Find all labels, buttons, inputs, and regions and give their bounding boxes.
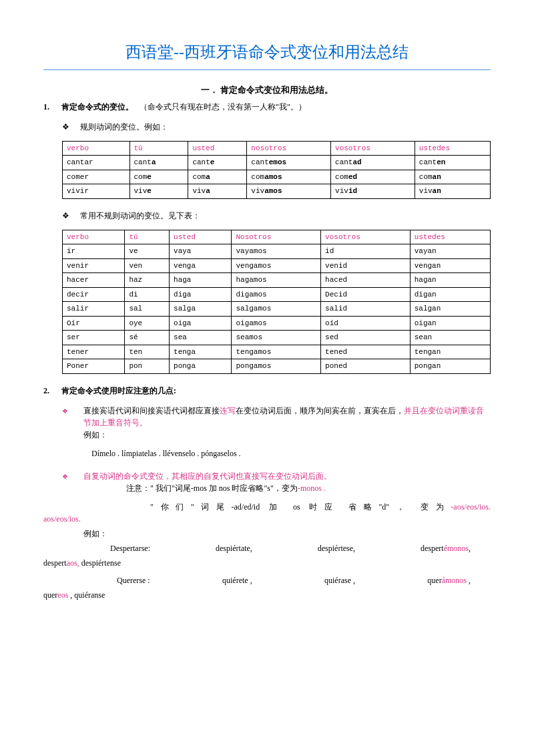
item-2: 2. 肯定命令式使用时应注意的几点: xyxy=(43,385,491,397)
example-wrap-2: quereos , quiéranse xyxy=(43,589,491,601)
td: Poner xyxy=(63,359,125,374)
example-wrap: , despertdespertaos, despiértense xyxy=(43,557,491,569)
td: canta xyxy=(129,156,188,170)
diamond-icon: ❖ xyxy=(62,210,78,222)
bullet-1: ❖直接宾语代词和间接宾语代词都应直接连写在变位动词后面，顺序为间宾在前，直宾在后… xyxy=(43,405,491,441)
th: vosotros xyxy=(331,141,415,156)
td: ir xyxy=(63,244,125,259)
td: sean xyxy=(410,331,490,345)
table-header-row: verbo tú usted nosotros vosotros ustedes xyxy=(63,141,491,156)
table-row: vivir vive viva vivamos vivid vivan xyxy=(63,184,491,199)
table-row: serséseaseamossedsean xyxy=(63,331,491,345)
td: seamos xyxy=(232,331,321,345)
table-row: venirvenvengavengamosvenidvengan xyxy=(63,258,491,273)
table-regular: verbo tú usted nosotros vosotros ustedes… xyxy=(62,141,491,199)
td: comed xyxy=(331,170,415,184)
td: sal xyxy=(125,302,170,317)
td: pon xyxy=(125,359,170,374)
td: canten xyxy=(415,156,490,170)
td: vivid xyxy=(331,184,415,199)
td: digamos xyxy=(232,287,321,302)
td: pongan xyxy=(410,359,490,374)
diamond-icon: ❖ xyxy=(73,406,83,416)
table-row: Oíroyeoigaoigamosoídoigan xyxy=(63,316,491,331)
td: tengan xyxy=(410,345,490,359)
table-row: cantar canta cante cantemos cantad cante… xyxy=(63,156,491,170)
example-row-2: Quererse : quiérete , quiérase , querámo… xyxy=(43,574,491,586)
td: coma xyxy=(188,170,247,184)
td: cante xyxy=(188,156,247,170)
example-label-2: 例如： xyxy=(43,528,491,540)
td: tengamos xyxy=(232,345,321,359)
td: haga xyxy=(170,273,232,288)
example-label: 例如： xyxy=(73,429,491,441)
example-row: Despertarse: despiértate, despiértese, d… xyxy=(43,542,491,554)
td: decir xyxy=(63,287,125,302)
th: usted xyxy=(188,141,247,156)
td: vivir xyxy=(63,184,130,199)
td: ser xyxy=(63,331,125,345)
td: venir xyxy=(63,258,125,273)
td: Oír xyxy=(63,316,125,331)
td: cantad xyxy=(331,156,415,170)
td: salgan xyxy=(410,302,490,317)
table-row: irvevayavayamosidvayan xyxy=(63,244,491,259)
td: coman xyxy=(415,170,490,184)
text: 直接宾语代词和间接宾语代词都应直接 xyxy=(83,406,220,415)
td: hacer xyxy=(63,273,125,288)
td: cantemos xyxy=(247,156,331,170)
diamond-icon: ❖ xyxy=(62,121,78,133)
td: viva xyxy=(188,184,247,199)
divider xyxy=(43,69,491,70)
table-row: hacerhazhagahagamoshacedhagan xyxy=(63,273,491,288)
td: hagamos xyxy=(232,273,321,288)
th: nosotros xyxy=(247,141,331,156)
th: verbo xyxy=(63,230,125,244)
td: haz xyxy=(125,273,170,288)
td: vaya xyxy=(170,244,232,259)
td: salir xyxy=(63,302,125,317)
td: pongamos xyxy=(232,359,321,374)
td: vengan xyxy=(410,258,490,273)
td: vive xyxy=(129,184,188,199)
td: ten xyxy=(125,345,170,359)
td: comer xyxy=(63,170,130,184)
th: tú xyxy=(125,230,170,244)
th: Nosotros xyxy=(232,230,321,244)
example-text: Dímelo . límpiatelas . llévenselo . póng… xyxy=(43,447,491,459)
td: hagan xyxy=(410,273,490,288)
note-line: 注意：" 我们"词尾-mos 加 nos 时应省略"s"，变为-monos . xyxy=(73,482,491,494)
item-num: 1. xyxy=(43,102,49,112)
page-title: 西语堂--西班牙语命令式变位和用法总结 xyxy=(43,40,491,64)
td: salga xyxy=(170,302,232,317)
td: tenga xyxy=(170,345,232,359)
pink-text: 自复动词的命令式变位，其相应的自复代词也直接写在变位动词后面。 xyxy=(83,471,332,481)
td: come xyxy=(129,170,188,184)
td: vivamos xyxy=(247,184,331,199)
td: oye xyxy=(125,316,170,331)
td: oigan xyxy=(410,316,490,331)
diamond-icon: ❖ xyxy=(73,471,83,482)
th: usted xyxy=(170,230,232,244)
item-num: 2. xyxy=(43,386,49,395)
td: sé xyxy=(125,331,170,345)
td: venid xyxy=(321,258,411,273)
td: Decid xyxy=(321,287,411,302)
regular-text: 规则动词的变位。例如： xyxy=(80,122,168,132)
td: di xyxy=(125,287,170,302)
td: id xyxy=(321,244,411,259)
table-row: tenertentengatengamostenedtengan xyxy=(63,345,491,359)
item-label: 肯定命令式使用时应注意的几点: xyxy=(61,386,176,395)
item-1: 1. 肯定命令式的变位。 （命令式只有现在时态，没有第一人称"我"。） xyxy=(43,101,491,113)
th: ustedes xyxy=(415,141,490,156)
td: digan xyxy=(410,287,490,302)
td: oíd xyxy=(321,316,411,331)
td: poned xyxy=(321,359,411,374)
td: salgamos xyxy=(232,302,321,317)
td: vivan xyxy=(415,184,490,199)
td: comamos xyxy=(247,170,331,184)
th: tú xyxy=(129,141,188,156)
note-pink-wrap: aos/eos/ios. xyxy=(43,513,491,525)
bullet-2: ❖自复动词的命令式变位，其相应的自复代词也直接写在变位动词后面。 注意：" 我们… xyxy=(43,470,491,494)
th: ustedes xyxy=(410,230,490,244)
